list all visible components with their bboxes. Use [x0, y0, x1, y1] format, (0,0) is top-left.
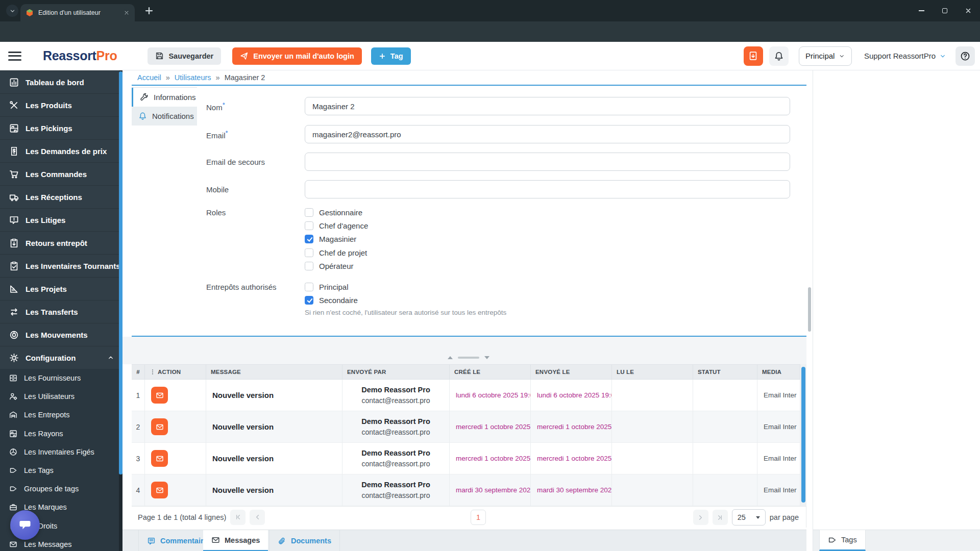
- close-window-button[interactable]: [957, 0, 980, 21]
- sidebar-item-fournisseurs[interactable]: Les Fournisseurs: [0, 369, 122, 387]
- col-cree-le: CRÉÉ LE: [450, 364, 531, 380]
- sidebar-item-transferts[interactable]: Les Transferts: [0, 300, 122, 323]
- detail-tabs: Informations Notifications: [132, 87, 197, 126]
- bottom-tabbar: Commentaires Messages Documents: [122, 530, 806, 551]
- sidebar-item-retours-entrepot[interactable]: Retours entrepôt: [0, 231, 122, 254]
- sidebar-scrollbar-thumb[interactable]: [119, 71, 122, 474]
- send-mail-button[interactable]: [151, 418, 168, 435]
- wrench-icon: [140, 93, 149, 102]
- last-page-button[interactable]: [713, 510, 728, 525]
- page-scrollbar-thumb[interactable]: [808, 287, 811, 332]
- sidebar-item-pickings[interactable]: Les Pickings: [0, 116, 122, 139]
- send-mail-button[interactable]: [151, 450, 168, 467]
- send-autologin-button[interactable]: Envoyer un mail d'auto login: [232, 47, 362, 65]
- dispute-icon: [9, 215, 19, 225]
- send-mail-button[interactable]: [151, 482, 168, 498]
- export-button[interactable]: [744, 46, 763, 66]
- checkbox[interactable]: [305, 248, 313, 257]
- checkbox-checked[interactable]: [305, 296, 313, 305]
- sidebar-item-entrepots[interactable]: Les Entrepots: [0, 406, 122, 424]
- app-logo[interactable]: ReassortPro: [43, 48, 117, 63]
- chat-widget-button[interactable]: [10, 510, 40, 540]
- sidebar-item-projets[interactable]: Les Projets: [0, 277, 122, 300]
- sidebar-item-rayons[interactable]: Les Rayons: [0, 424, 122, 443]
- field-row-email: Email*: [206, 125, 790, 143]
- sidebar-item-commandes[interactable]: Les Commandes: [0, 162, 122, 185]
- paperclip-icon: [278, 537, 286, 545]
- sidebar-item-utilisateurs[interactable]: Les Utilisateurs: [0, 387, 122, 406]
- sender-email: contact@reassort.pro: [361, 460, 430, 468]
- help-button[interactable]: [955, 46, 975, 66]
- breadcrumb-users-link[interactable]: Utilisateurs: [175, 73, 211, 82]
- warehouse-secondaire[interactable]: Secondaire: [305, 295, 358, 306]
- checkbox[interactable]: [305, 283, 313, 291]
- sidebar-item-configuration[interactable]: Configuration: [0, 346, 122, 369]
- current-page-button[interactable]: 1: [471, 510, 486, 525]
- prev-page-button[interactable]: [250, 510, 265, 525]
- role-chef-agence[interactable]: Chef d'agence: [305, 220, 368, 231]
- role-magasinier[interactable]: Magasinier: [305, 234, 356, 244]
- mobile-field[interactable]: [305, 180, 790, 198]
- new-tab-button[interactable]: [144, 6, 154, 16]
- checkbox[interactable]: [305, 221, 313, 230]
- browser-tab[interactable]: Edition d'un utilisateur: [20, 4, 135, 21]
- tab-search-button[interactable]: [6, 5, 18, 17]
- checkbox[interactable]: [305, 262, 313, 270]
- warehouse-icon: [9, 411, 17, 419]
- sidebar-item-receptions[interactable]: Les Réceptions: [0, 185, 122, 208]
- checkbox-checked[interactable]: [305, 235, 313, 243]
- save-button[interactable]: Sauvegarder: [148, 47, 221, 65]
- first-page-button[interactable]: [230, 510, 246, 525]
- breadcrumb: Accueil » Utilisateurs » Magasiner 2: [137, 70, 265, 85]
- splitter-up-icon: [448, 356, 453, 359]
- shelf-icon: [9, 430, 17, 438]
- breadcrumb-home-link[interactable]: Accueil: [137, 73, 161, 82]
- add-tag-button[interactable]: Tag: [371, 47, 411, 65]
- send-mail-button[interactable]: [151, 387, 168, 404]
- checkbox[interactable]: [305, 208, 313, 217]
- plus-icon: [379, 53, 386, 60]
- bell-icon: [774, 51, 784, 61]
- chevron-left-icon: [254, 513, 261, 521]
- support-menu[interactable]: Support ReassortPro: [864, 52, 946, 60]
- column-menu-icon[interactable]: [150, 368, 156, 375]
- nom-field[interactable]: [305, 97, 790, 115]
- tab-messages[interactable]: Messages: [203, 530, 268, 551]
- browser-tabstrip: Edition d'un utilisateur: [0, 0, 980, 21]
- minimize-button[interactable]: [910, 0, 933, 21]
- sidebar-item-tags[interactable]: Les Tags: [0, 461, 122, 480]
- page-size-select[interactable]: 25: [732, 509, 766, 525]
- maximize-button[interactable]: [933, 0, 957, 21]
- next-page-button[interactable]: [693, 510, 708, 525]
- tab-notifications[interactable]: Notifications: [132, 107, 197, 126]
- email-field[interactable]: [305, 125, 790, 143]
- last-page-icon: [716, 514, 724, 521]
- warehouse-select[interactable]: Principal: [799, 46, 852, 66]
- minimize-icon: [919, 10, 924, 11]
- sidebar-item-mouvements[interactable]: Les Mouvements: [0, 323, 122, 346]
- sidebar-item-demandes-de-prix[interactable]: Les Demandes de prix: [0, 139, 122, 162]
- tab-tags[interactable]: Tags: [819, 530, 866, 551]
- tab-informations[interactable]: Informations: [132, 88, 197, 107]
- sidebar-item-litiges[interactable]: Les Litiges: [0, 208, 122, 231]
- sidebar-item-dashboard[interactable]: Tableau de bord: [0, 70, 122, 93]
- per-page-label: par page: [770, 513, 799, 521]
- hamburger-menu-button[interactable]: [8, 49, 21, 63]
- ruler-icon: [9, 284, 19, 294]
- sidebar-item-produits[interactable]: Les Produits: [0, 93, 122, 116]
- role-operateur[interactable]: Opérateur: [305, 261, 354, 271]
- sidebar-item-groupes-de-tags[interactable]: Groupes de tags: [0, 480, 122, 498]
- mail-icon: [9, 540, 17, 548]
- save-icon: [155, 52, 164, 60]
- email-secours-field[interactable]: [305, 153, 790, 171]
- sidebar-item-inventaires-figes[interactable]: Les Inventaires Figés: [0, 443, 122, 461]
- role-chef-de-projet[interactable]: Chef de projet: [305, 247, 367, 258]
- panel-splitter-handle[interactable]: [448, 356, 489, 359]
- table-scrollbar-thumb[interactable]: [801, 367, 805, 503]
- close-tab-icon[interactable]: [124, 10, 130, 16]
- notifications-button[interactable]: [769, 46, 789, 66]
- warehouse-principal[interactable]: Principal: [305, 282, 349, 292]
- sidebar-item-inventaires-tournants[interactable]: Les Inventaires Tournants: [0, 254, 122, 277]
- role-gestionnaire[interactable]: Gestionnaire: [305, 207, 362, 218]
- tab-documents[interactable]: Documents: [269, 530, 340, 551]
